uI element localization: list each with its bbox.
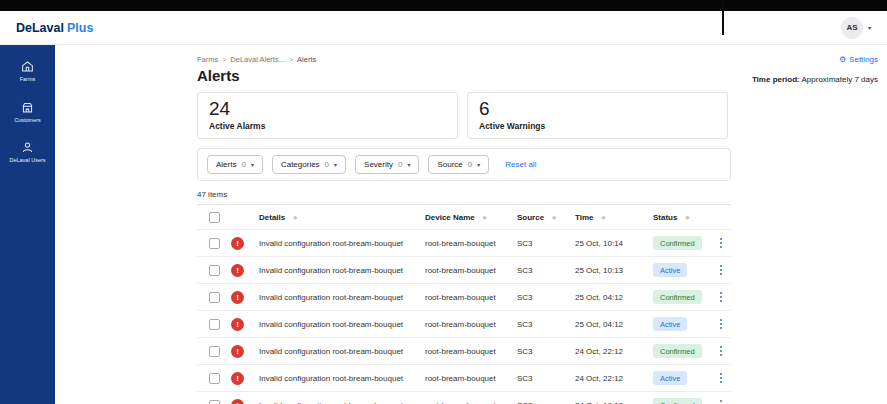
gear-icon: ⚙ bbox=[839, 55, 846, 64]
sort-icon[interactable]: ◆ bbox=[552, 214, 556, 220]
dropdown-label: Alerts bbox=[216, 160, 236, 169]
row-time: 24 Oct, 22:12 bbox=[575, 374, 653, 383]
row-details: Invalid configuration root-bream-bouquet bbox=[259, 374, 425, 383]
app-logo[interactable]: DeLaval Plus bbox=[16, 21, 93, 35]
top-black-bar bbox=[0, 0, 887, 11]
breadcrumb-separator: > bbox=[222, 56, 226, 63]
kebab-menu-icon[interactable] bbox=[717, 235, 726, 252]
status-badge: Confirmed bbox=[653, 344, 702, 358]
table-row: ! Invalid configuration root-bream-bouqu… bbox=[197, 257, 731, 284]
row-checkbox[interactable] bbox=[209, 265, 220, 276]
kebab-menu-icon[interactable] bbox=[717, 289, 726, 306]
barn-icon bbox=[21, 60, 34, 73]
row-device-name: root-bream-bouquet bbox=[425, 347, 517, 356]
kebab-menu-icon[interactable] bbox=[717, 397, 726, 404]
row-checkbox[interactable] bbox=[209, 400, 220, 404]
row-time: 24 Oct, 22:12 bbox=[575, 347, 653, 356]
status-badge: Confirmed bbox=[653, 236, 702, 250]
source-column-header[interactable]: Source ◆ bbox=[517, 213, 575, 222]
sort-icon[interactable]: ◆ bbox=[483, 214, 487, 220]
row-source: SC3 bbox=[517, 293, 575, 302]
sidebar-nav: Farms Customers DeLaval Users bbox=[0, 45, 55, 404]
sidebar-item-delaval-users[interactable]: DeLaval Users bbox=[0, 132, 55, 173]
row-details: Invalid configuration root-bream-bouquet bbox=[259, 239, 425, 248]
status-badge: Confirmed bbox=[653, 290, 702, 304]
row-checkbox[interactable] bbox=[209, 292, 220, 303]
alerts-filter-dropdown[interactable]: Alerts 0 ▾ bbox=[207, 155, 263, 174]
alarm-icon: ! bbox=[231, 399, 244, 404]
status-badge: Active bbox=[653, 371, 687, 385]
device-name-column-header[interactable]: Device Name ◆ bbox=[425, 213, 517, 222]
dropdown-count: 0 bbox=[241, 160, 245, 169]
row-device-name: root-bream-bouquet bbox=[425, 239, 517, 248]
kebab-menu-icon[interactable] bbox=[717, 343, 726, 360]
breadcrumb-separator: > bbox=[289, 56, 293, 63]
chevron-down-icon: ▾ bbox=[477, 161, 480, 168]
time-column-header[interactable]: Time ◆ bbox=[575, 213, 653, 222]
row-device-name: root-bream-bouquet bbox=[425, 374, 517, 383]
breadcrumb-item[interactable]: Farms bbox=[197, 55, 218, 64]
sort-icon[interactable]: ◆ bbox=[602, 214, 606, 220]
table-row: ! Invalid configuration root-bream-bouqu… bbox=[197, 338, 731, 365]
row-source: SC3 bbox=[517, 320, 575, 329]
items-count: 47 items bbox=[197, 190, 878, 199]
time-period-label: Time period: bbox=[752, 75, 800, 84]
status-badge: Active bbox=[653, 317, 687, 331]
logo-primary: DeLaval bbox=[16, 21, 64, 35]
source-filter-dropdown[interactable]: Source 0 ▾ bbox=[428, 155, 489, 174]
row-source: SC3 bbox=[517, 374, 575, 383]
user-menu[interactable]: AS ▾ bbox=[841, 17, 871, 39]
time-period: Time period: Approximately 7 days bbox=[752, 75, 878, 84]
row-checkbox[interactable] bbox=[209, 373, 220, 384]
main-content: Farms > DeLaval Alerts... > Alerts ⚙ Set… bbox=[55, 45, 887, 404]
row-time: 25 Oct, 04:12 bbox=[575, 293, 653, 302]
row-checkbox[interactable] bbox=[209, 346, 220, 357]
row-time: 25 Oct, 10:13 bbox=[575, 266, 653, 275]
dropdown-count: 0 bbox=[468, 160, 472, 169]
table-row: ! Invalid configuration root-bream-bouqu… bbox=[197, 392, 731, 404]
categories-filter-dropdown[interactable]: Categories 0 ▾ bbox=[272, 155, 346, 174]
row-time: 25 Oct, 04:12 bbox=[575, 320, 653, 329]
reset-all-button[interactable]: Reset all bbox=[505, 160, 536, 169]
sidebar-item-farms[interactable]: Farms bbox=[0, 51, 55, 92]
row-details: Invalid configuration root-bream-bouquet bbox=[259, 401, 425, 404]
user-icon bbox=[21, 141, 34, 154]
sidebar-item-label: Customers bbox=[14, 117, 41, 124]
alarm-icon: ! bbox=[231, 372, 244, 385]
sidebar-item-label: Farms bbox=[20, 76, 36, 83]
chevron-down-icon: ▾ bbox=[407, 161, 410, 168]
row-details: Invalid configuration root-bream-bouquet bbox=[259, 347, 425, 356]
status-badge: Confirmed bbox=[653, 398, 702, 404]
dropdown-label: Severity bbox=[364, 160, 393, 169]
alarm-icon: ! bbox=[231, 237, 244, 250]
sort-icon[interactable]: ◆ bbox=[685, 214, 689, 220]
logo-accent: Plus bbox=[67, 21, 93, 35]
breadcrumb: Farms > DeLaval Alerts... > Alerts bbox=[197, 55, 316, 64]
row-checkbox[interactable] bbox=[209, 319, 220, 330]
select-all-checkbox[interactable] bbox=[209, 212, 220, 223]
breadcrumb-item[interactable]: DeLaval Alerts... bbox=[230, 55, 285, 64]
row-time: 24 Oct, 16:12 bbox=[575, 401, 653, 404]
severity-filter-dropdown[interactable]: Severity 0 ▾ bbox=[355, 155, 419, 174]
chevron-down-icon: ▾ bbox=[868, 24, 871, 31]
row-device-name: root-bream-bouquet bbox=[425, 320, 517, 329]
avatar[interactable]: AS bbox=[841, 17, 863, 39]
dropdown-count: 0 bbox=[325, 160, 329, 169]
status-column-header[interactable]: Status ◆ bbox=[653, 213, 711, 222]
row-checkbox[interactable] bbox=[209, 238, 220, 249]
alerts-table: Details ◆ Device Name ◆ Source ◆ Time ◆ … bbox=[197, 204, 731, 404]
status-badge: Active bbox=[653, 263, 687, 277]
sort-icon[interactable]: ◆ bbox=[293, 214, 297, 220]
settings-button[interactable]: ⚙ Settings bbox=[839, 55, 878, 64]
dropdown-label: Categories bbox=[281, 160, 320, 169]
table-header-row: Details ◆ Device Name ◆ Source ◆ Time ◆ … bbox=[197, 204, 731, 230]
chevron-down-icon: ▾ bbox=[334, 161, 337, 168]
kebab-menu-icon[interactable] bbox=[717, 316, 726, 333]
kebab-menu-icon[interactable] bbox=[717, 262, 726, 279]
kebab-menu-icon[interactable] bbox=[717, 370, 726, 387]
alarm-icon: ! bbox=[231, 291, 244, 304]
active-alarms-card: 24 Active Alarms bbox=[197, 92, 458, 139]
row-details: Invalid configuration root-bream-bouquet bbox=[259, 266, 425, 275]
sidebar-item-customers[interactable]: Customers bbox=[0, 92, 55, 133]
details-column-header[interactable]: Details ◆ bbox=[259, 213, 425, 222]
